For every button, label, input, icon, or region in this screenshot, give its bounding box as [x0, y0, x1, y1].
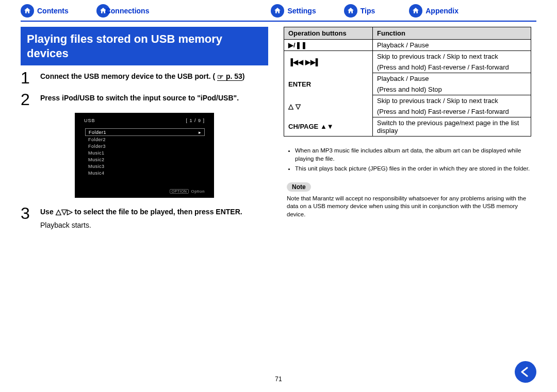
chpage-button-label: CH/PAGE ▲▼ [284, 117, 373, 137]
updown-right-icon: △▽▷ [56, 208, 73, 216]
left-column: Playing files stored on USB memory devic… [21, 27, 268, 235]
page-number: 71 [275, 376, 282, 383]
play-pause-icon: ▶/❚❚ [284, 40, 373, 51]
step-2: 2 Press iPod/USB to switch the input sou… [21, 91, 268, 108]
screen-title: USB [84, 118, 95, 123]
nav-tips[interactable]: Tips [344, 4, 375, 18]
screen-row: Folder2 [85, 136, 205, 143]
table-cell: (Press and hold) Stop [373, 84, 531, 95]
screen-row: Music2 [85, 156, 205, 163]
nav-label: Contents [37, 7, 69, 15]
step-text: to select the file to be played, then pr… [73, 208, 242, 216]
right-column: Operation buttons Function ▶/❚❚ Playback… [284, 27, 531, 235]
nav-settings[interactable]: Settings [271, 4, 316, 18]
step-subtext: Playback starts. [40, 220, 242, 231]
nav-label: Settings [287, 7, 316, 15]
screen-counter: [ 1 / 9 ] [186, 118, 205, 123]
operation-buttons-table: Operation buttons Function ▶/❚❚ Playback… [284, 27, 531, 137]
updown-icon: △ ▽ [284, 95, 373, 117]
page-title: Playing files stored on USB memory devic… [21, 27, 268, 65]
step-1: 1 Connect the USB memory device to the U… [21, 70, 268, 86]
nav-contents[interactable]: Contents [21, 4, 69, 18]
nav-label: Tips [361, 7, 375, 15]
pointer-icon: ☞ [217, 72, 224, 82]
note-bullet: When an MP3 music file includes album ar… [295, 147, 531, 163]
nav-label: Connections [106, 7, 150, 15]
screen-row: Folder3 [85, 143, 205, 149]
notes-section: When an MP3 music file includes album ar… [284, 147, 531, 218]
step-number: 3 [21, 205, 33, 230]
screen-row: Music4 [85, 169, 205, 176]
table-cell: Playback / Pause [373, 40, 531, 51]
arrow-left-icon [519, 366, 532, 378]
table-cell: Switch to the previous page/next page in… [373, 117, 531, 137]
nav-appendix[interactable]: Appendix [409, 4, 458, 18]
note-badge: Note [287, 182, 311, 192]
skip-icon: ▐◀◀ ▶▶▌ [284, 51, 373, 73]
page-link[interactable]: ☞ p. 53 [217, 72, 242, 81]
home-icon [344, 4, 357, 18]
nav-connections[interactable]: Connections [96, 4, 150, 18]
step-text: Connect the USB memory device to the USB… [40, 72, 215, 80]
step-text: Use [40, 208, 56, 216]
back-button[interactable] [515, 361, 536, 383]
step-number: 2 [21, 91, 33, 108]
nav-label: Appendix [425, 7, 458, 15]
screen-row: Music1 [85, 149, 205, 156]
home-icon [21, 4, 34, 18]
step-3: 3 Use △▽▷ to select the file to be playe… [21, 205, 268, 230]
home-icon [271, 4, 284, 18]
table-header: Function [373, 27, 531, 40]
screen-row: Music3 [85, 163, 205, 169]
step-number: 1 [21, 70, 33, 86]
table-header: Operation buttons [284, 27, 373, 40]
table-cell: Skip to previous track / Skip to next tr… [373, 95, 531, 107]
screen-row-selected: Folder1▸ [85, 128, 205, 136]
table-cell: (Press and hold) Fast-reverse / Fast-for… [373, 106, 531, 117]
table-cell: Skip to previous track / Skip to next tr… [373, 51, 531, 62]
table-cell: (Press and hold) Fast-reverse / Fast-for… [373, 62, 531, 73]
table-cell: Playback / Pause [373, 73, 531, 84]
step-text: Press iPod/USB to switch the input sourc… [40, 91, 239, 108]
note-text: Note that Marantz will accept no respons… [287, 195, 531, 219]
top-nav: Contents Connections Settings Tips Appen… [0, 0, 557, 21]
enter-button-label: ENTER [284, 73, 373, 95]
note-bullet: This unit plays back picture (JPEG) file… [295, 165, 531, 173]
device-screen-mock: USB [ 1 / 9 ] Folder1▸ Folder2 Folder3 M… [75, 113, 214, 198]
home-icon [409, 4, 422, 18]
